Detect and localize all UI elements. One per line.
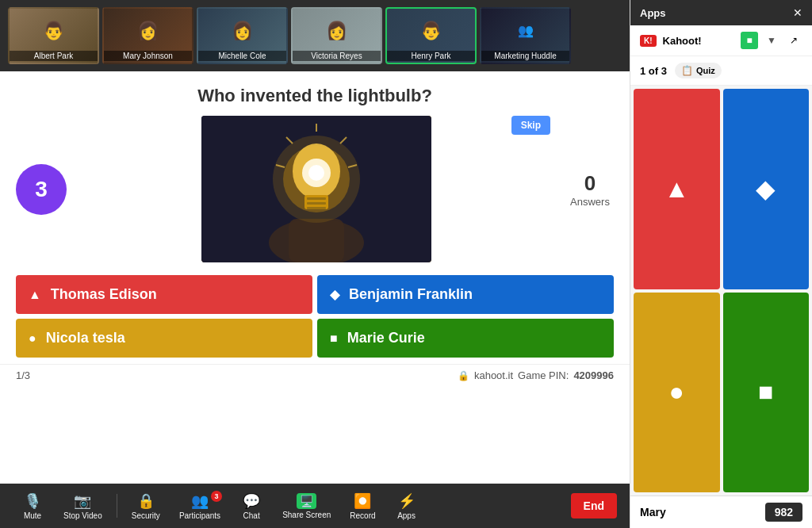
svg-rect-2 — [289, 219, 344, 262]
toolbar-participants[interactable]: 👥 3 Participants — [171, 489, 228, 523]
zoom-area: 👨 Albert Park 👩 Mary Johnson 👩 Michelle … — [0, 0, 630, 528]
answer-option-4[interactable]: ■ Marie Curie — [317, 319, 614, 358]
video-icon: 📷 — [74, 492, 91, 510]
question-body: 3 — [0, 116, 630, 270]
svg-point-8 — [308, 165, 324, 181]
kahoot-external-icon[interactable]: ↗ — [785, 32, 802, 49]
apps-panel: Apps ✕ K! Kahoot! ▾ ■ ▼ ↗ 1 of 3 📋 Quiz — [630, 0, 812, 528]
participants-label: Participants — [179, 511, 220, 520]
answer-tile-green[interactable]: ■ — [723, 293, 810, 493]
lightbulb-svg — [201, 116, 431, 262]
kahoot-site: kahoot.it — [474, 369, 513, 381]
answer-label-3: Nicola tesla — [46, 330, 125, 346]
skip-button[interactable]: Skip — [511, 116, 550, 135]
participant-name-henry: Henry Park — [387, 51, 475, 61]
participant-name-mary: Mary Johnson — [104, 51, 192, 61]
quiz-counter: 1 of 3 — [640, 65, 667, 77]
answer-tile-blue[interactable]: ◆ — [723, 89, 810, 289]
participants-badge: 3 — [211, 491, 222, 502]
toolbar-video[interactable]: 📷 Stop Video — [56, 489, 110, 523]
security-icon: 🔒 — [137, 492, 155, 510]
tile-triangle-icon: ▲ — [664, 174, 689, 204]
timer-circle: 3 — [16, 164, 67, 215]
score-value: 982 — [765, 503, 802, 522]
chat-label: Chat — [243, 511, 260, 520]
circle-icon: ● — [29, 331, 36, 346]
apps-panel-close[interactable]: ✕ — [793, 6, 802, 19]
kahoot-panel-header: K! Kahoot! ▾ ■ ▼ ↗ — [630, 25, 812, 56]
toolbar-apps[interactable]: ⚡ Apps — [387, 489, 427, 523]
tile-circle-icon: ● — [669, 377, 684, 407]
score-row: Mary 982 — [630, 495, 812, 528]
kahoot-footer: 1/3 🔒 kahoot.it Game PIN: 4209996 — [0, 364, 630, 386]
apps-panel-actions: ✕ — [793, 6, 802, 19]
svg-rect-14 — [307, 197, 326, 200]
participant-thumb-victoria[interactable]: 👩 Victoria Reyes — [291, 7, 382, 64]
kahoot-panel-name: Kahoot! — [663, 35, 702, 47]
kahoot-content: Who invented the lightbulb? 3 — [0, 71, 630, 484]
record-icon: ⏺️ — [354, 492, 371, 510]
quiz-badge: 📋 Quiz — [675, 63, 722, 78]
chat-icon: 💬 — [243, 492, 260, 510]
toolbar-record[interactable]: ⏺️ Record — [342, 489, 383, 523]
diamond-icon: ◆ — [330, 287, 339, 302]
svg-rect-16 — [307, 207, 326, 209]
mute-label: Mute — [24, 511, 41, 520]
triangle-icon: ▲ — [29, 288, 41, 302]
answer-tile-yellow[interactable]: ● — [634, 293, 720, 493]
kahoot-filter-icon[interactable]: ▼ — [763, 32, 780, 49]
participant-thumb-michelle[interactable]: 👩 Michelle Cole — [197, 7, 288, 64]
participant-name-albert: Albert Park — [10, 51, 98, 61]
score-name: Mary — [640, 506, 666, 518]
page-counter: 1/3 — [16, 369, 30, 381]
toolbar-mute[interactable]: 🎙️ Mute — [13, 489, 52, 523]
kahoot-green-icon[interactable]: ■ — [741, 32, 758, 49]
answer-option-3[interactable]: ● Nicola tesla — [16, 319, 312, 358]
participant-thumb-marketing[interactable]: 👥 Marketing Huddle — [480, 7, 571, 64]
answer-label-2: Benjamin Franklin — [349, 286, 473, 303]
answer-label-1: Thomas Edison — [51, 286, 157, 303]
apps-panel-title: Apps — [640, 7, 666, 19]
toolbar-sep-1 — [117, 494, 117, 518]
mute-icon: 🎙️ — [24, 492, 41, 510]
tile-diamond-icon: ◆ — [756, 174, 776, 204]
square-icon: ■ — [330, 331, 338, 346]
app-container: 👨 Albert Park 👩 Mary Johnson 👩 Michelle … — [0, 0, 812, 528]
question-image-container: Skip — [82, 116, 550, 262]
svg-rect-15 — [307, 202, 326, 205]
kahoot-logo: K! — [640, 35, 657, 47]
share-screen-label: Share Screen — [282, 511, 331, 519]
quiz-status-bar: 1 of 3 📋 Quiz — [630, 56, 812, 86]
apps-panel-header: Apps ✕ — [630, 0, 812, 25]
toolbar-share-screen[interactable]: 🖥️ Share Screen — [274, 490, 339, 522]
answers-count: 0 — [584, 171, 596, 196]
participants-icon: 👥 — [191, 492, 209, 510]
answers-counter: 0 Answers — [566, 171, 614, 208]
participant-thumb-henry[interactable]: 👨 Henry Park — [385, 7, 477, 64]
game-pin: 🔒 kahoot.it Game PIN: 4209996 — [458, 369, 614, 381]
participant-thumb-mary[interactable]: 👩 Mary Johnson — [102, 7, 193, 64]
participant-name-michelle: Michelle Cole — [198, 51, 286, 61]
apps-icon: ⚡ — [398, 492, 416, 510]
timer-value: 3 — [35, 177, 48, 202]
quiz-badge-label: Quiz — [696, 66, 715, 75]
participant-name-victoria: Victoria Reyes — [293, 51, 381, 61]
panel-header-icons: ■ ▼ ↗ — [741, 32, 802, 49]
video-label: Stop Video — [63, 511, 102, 520]
share-screen-icon: 🖥️ — [297, 493, 316, 509]
answer-tile-red[interactable]: ▲ — [634, 89, 720, 289]
kahoot-chevron[interactable]: ▾ — [708, 35, 719, 46]
answer-label-4: Marie Curie — [347, 330, 425, 346]
quiz-badge-icon: 📋 — [681, 65, 693, 76]
toolbar-chat[interactable]: 💬 Chat — [232, 489, 271, 523]
toolbar-security[interactable]: 🔒 Security — [124, 489, 168, 523]
answer-option-1[interactable]: ▲ Thomas Edison — [16, 275, 312, 314]
tile-square-icon: ■ — [758, 377, 773, 407]
answers-label: Answers — [570, 196, 610, 208]
answer-tiles: ▲ ◆ ● ■ — [630, 86, 812, 495]
participant-thumb-albert[interactable]: 👨 Albert Park — [8, 7, 99, 64]
apps-label: Apps — [397, 511, 416, 520]
zoom-toolbar: 🎙️ Mute 📷 Stop Video 🔒 Security 👥 3 Part… — [0, 484, 630, 528]
answer-option-2[interactable]: ◆ Benjamin Franklin — [317, 275, 614, 314]
end-button[interactable]: End — [571, 493, 617, 518]
